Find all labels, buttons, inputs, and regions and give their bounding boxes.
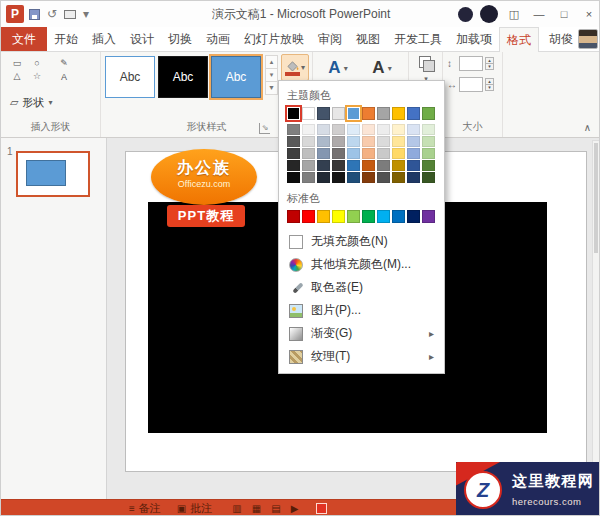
color-swatch[interactable] (377, 210, 390, 223)
color-swatch[interactable] (392, 136, 405, 147)
color-swatch[interactable] (362, 124, 375, 135)
undo-icon[interactable]: ↺ (47, 8, 57, 20)
slide-thumbnail[interactable] (16, 151, 90, 197)
tab-file[interactable]: 文件 (1, 27, 47, 51)
height-input[interactable] (459, 56, 483, 71)
menu-item-no-fill[interactable]: 无填充颜色(N) (287, 230, 436, 253)
view-slideshow-button[interactable]: ▶ (291, 503, 299, 514)
color-swatch[interactable] (317, 210, 330, 223)
menu-item-eyedropper[interactable]: 取色器(E) (287, 276, 436, 299)
color-swatch[interactable] (347, 148, 360, 159)
color-swatch[interactable] (407, 148, 420, 159)
color-swatch[interactable] (347, 210, 360, 223)
color-swatch[interactable] (347, 136, 360, 147)
color-swatch[interactable] (377, 124, 390, 135)
shape-fill-button[interactable]: ▾ (281, 54, 309, 81)
menu-item-texture[interactable]: 纹理(T)▸ (287, 345, 436, 368)
color-swatch[interactable] (422, 210, 435, 223)
color-swatch[interactable] (407, 136, 420, 147)
color-swatch[interactable] (422, 160, 435, 171)
shape-glyph-button[interactable]: ☆ (27, 70, 47, 83)
tab-format[interactable]: 格式 (499, 27, 539, 52)
ribbon-tab[interactable]: 审阅 (311, 27, 349, 51)
shapes-button[interactable]: ▱ 形状 ▾ (7, 88, 73, 116)
color-swatch[interactable] (302, 107, 315, 120)
color-swatch[interactable] (317, 172, 330, 183)
ribbon-display-options-icon[interactable]: ◫ (505, 4, 523, 24)
shape-style-sample[interactable]: Abc (158, 56, 208, 98)
color-swatch[interactable] (347, 160, 360, 171)
color-swatch[interactable] (332, 172, 345, 183)
text-fill-button[interactable]: A ▾ (319, 55, 357, 81)
view-normal-button[interactable]: ▥ (232, 503, 241, 514)
color-swatch[interactable] (287, 160, 300, 171)
text-outline-button[interactable]: A ▾ (363, 55, 401, 81)
shape-style-sample[interactable]: Abc (211, 56, 261, 98)
color-swatch[interactable] (332, 160, 345, 171)
shape-glyph-button[interactable]: ○ (27, 57, 47, 70)
color-swatch[interactable] (317, 107, 330, 120)
gallery-more-icon[interactable]: ▼ (265, 81, 278, 95)
color-swatch[interactable] (362, 172, 375, 183)
comments-button[interactable]: ▣ 批注 (177, 501, 212, 516)
start-slideshow-icon[interactable] (64, 10, 76, 19)
shape-glyph-button[interactable]: △ (7, 70, 27, 83)
color-swatch[interactable] (422, 136, 435, 147)
color-swatch[interactable] (362, 148, 375, 159)
color-swatch[interactable] (317, 124, 330, 135)
gallery-down-icon[interactable]: ▾ (265, 68, 278, 82)
color-swatch[interactable] (422, 124, 435, 135)
color-swatch[interactable] (287, 107, 300, 120)
color-swatch[interactable] (302, 160, 315, 171)
user-avatar[interactable] (578, 29, 598, 49)
color-swatch[interactable] (377, 107, 390, 120)
maximize-button[interactable]: □ (555, 4, 573, 24)
scrollbar-thumb[interactable] (594, 143, 598, 253)
color-swatch[interactable] (332, 124, 345, 135)
edit-shape-icon[interactable]: ✎ (55, 57, 73, 69)
vertical-scrollbar[interactable] (592, 140, 600, 480)
color-swatch[interactable] (362, 107, 375, 120)
color-swatch[interactable] (332, 210, 345, 223)
color-swatch[interactable] (407, 160, 420, 171)
account-area[interactable]: 胡俊 (549, 27, 600, 51)
color-swatch[interactable] (377, 172, 390, 183)
color-swatch[interactable] (302, 148, 315, 159)
notes-button[interactable]: ≡ 备注 (129, 501, 161, 516)
spin-down-icon[interactable]: ▾ (485, 84, 494, 91)
color-swatch[interactable] (407, 124, 420, 135)
color-swatch[interactable] (287, 124, 300, 135)
color-swatch[interactable] (362, 210, 375, 223)
ribbon-tab[interactable]: 切换 (161, 27, 199, 51)
collapse-ribbon-icon[interactable]: ∧ (584, 122, 591, 133)
color-swatch[interactable] (332, 148, 345, 159)
save-icon[interactable] (29, 9, 40, 20)
color-swatch[interactable] (407, 210, 420, 223)
color-swatch[interactable] (347, 172, 360, 183)
color-swatch[interactable] (347, 107, 360, 120)
color-swatch[interactable] (392, 160, 405, 171)
minimize-button[interactable]: — (530, 4, 548, 24)
color-swatch[interactable] (422, 107, 435, 120)
color-swatch[interactable] (377, 136, 390, 147)
color-swatch[interactable] (407, 172, 420, 183)
color-swatch[interactable] (302, 136, 315, 147)
color-swatch[interactable] (347, 124, 360, 135)
color-swatch[interactable] (302, 124, 315, 135)
view-sorter-button[interactable]: ▦ (252, 503, 261, 514)
color-swatch[interactable] (332, 107, 345, 120)
color-swatch[interactable] (422, 172, 435, 183)
color-swatch[interactable] (317, 148, 330, 159)
color-swatch[interactable] (377, 160, 390, 171)
ribbon-tab[interactable]: 插入 (85, 27, 123, 51)
color-swatch[interactable] (392, 124, 405, 135)
width-input[interactable] (459, 77, 483, 92)
customize-qat-icon[interactable]: ▾ (83, 8, 89, 20)
ribbon-tab[interactable]: 加载项 (449, 27, 499, 51)
color-swatch[interactable] (302, 210, 315, 223)
menu-item-color-wheel[interactable]: 其他填充颜色(M)... (287, 253, 436, 276)
color-swatch[interactable] (317, 136, 330, 147)
ribbon-tab[interactable]: 动画 (199, 27, 237, 51)
menu-item-gradient[interactable]: 渐变(G)▸ (287, 322, 436, 345)
spin-down-icon[interactable]: ▾ (485, 63, 494, 70)
